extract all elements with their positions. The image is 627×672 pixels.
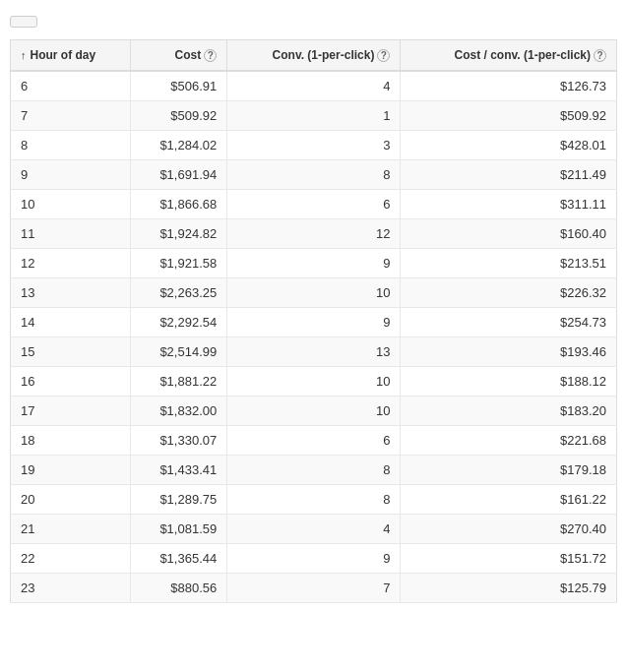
cell-conv: 10 [227, 367, 401, 397]
cell-conv: 7 [227, 574, 401, 603]
table-row: 21$1,081.594$270.40 [11, 515, 617, 544]
cell-costPerConv: $179.18 [401, 456, 617, 485]
cell-hour: 19 [11, 456, 131, 485]
table-row: 18$1,330.076$221.68 [11, 426, 617, 456]
cell-costPerConv: $188.12 [401, 367, 617, 397]
cell-costPerConv: $125.79 [401, 574, 617, 603]
cell-hour: 20 [11, 485, 131, 515]
cell-hour: 6 [11, 71, 131, 101]
cell-hour: 11 [11, 219, 131, 249]
cell-hour: 22 [11, 544, 131, 574]
column-label: Cost / conv. (1-per-click) [455, 48, 591, 62]
cell-costPerConv: $270.40 [401, 515, 617, 544]
cell-conv: 12 [227, 219, 401, 249]
cell-costPerConv: $161.22 [401, 485, 617, 515]
cell-conv: 8 [227, 456, 401, 485]
help-icon[interactable]: ? [377, 49, 390, 62]
column-label: Conv. (1-per-click) [273, 48, 375, 62]
table-row: 17$1,832.0010$183.20 [11, 397, 617, 426]
cell-hour: 17 [11, 397, 131, 426]
table-row: 23$880.567$125.79 [11, 574, 617, 603]
cell-hour: 23 [11, 574, 131, 603]
column-header-costPerConv[interactable]: Cost / conv. (1-per-click)? [401, 40, 617, 72]
table-row: 10$1,866.686$311.11 [11, 190, 617, 219]
view-selector-button[interactable] [10, 16, 37, 28]
cell-conv: 4 [227, 515, 401, 544]
cell-cost: $1,881.22 [130, 367, 227, 397]
cell-conv: 6 [227, 190, 401, 219]
cell-cost: $880.56 [130, 574, 227, 603]
cell-cost: $1,081.59 [130, 515, 227, 544]
cell-costPerConv: $183.20 [401, 397, 617, 426]
table-row: 22$1,365.449$151.72 [11, 544, 617, 574]
cell-costPerConv: $254.73 [401, 308, 617, 337]
cell-conv: 8 [227, 160, 401, 190]
cell-hour: 14 [11, 308, 131, 337]
table-row: 12$1,921.589$213.51 [11, 249, 617, 278]
cell-cost: $2,263.25 [130, 278, 227, 308]
cell-hour: 16 [11, 367, 131, 397]
cell-cost: $506.91 [130, 71, 227, 101]
cell-hour: 18 [11, 426, 131, 456]
cell-cost: $1,832.00 [130, 397, 227, 426]
help-icon[interactable]: ? [594, 49, 606, 62]
column-header-cost[interactable]: Cost? [130, 40, 227, 72]
cell-cost: $1,691.94 [130, 160, 227, 190]
cell-costPerConv: $160.40 [401, 219, 617, 249]
cell-cost: $1,433.41 [130, 456, 227, 485]
cell-hour: 21 [11, 515, 131, 544]
cell-hour: 10 [11, 190, 131, 219]
cell-hour: 7 [11, 101, 131, 131]
cell-costPerConv: $428.01 [401, 131, 617, 160]
cell-hour: 13 [11, 278, 131, 308]
table-row: 16$1,881.2210$188.12 [11, 367, 617, 397]
cell-conv: 9 [227, 249, 401, 278]
cell-conv: 9 [227, 308, 401, 337]
table-row: 19$1,433.418$179.18 [11, 456, 617, 485]
cell-hour: 15 [11, 337, 131, 367]
cell-conv: 13 [227, 337, 401, 367]
table-row: 15$2,514.9913$193.46 [11, 337, 617, 367]
table-header-row: ↑Hour of dayCost?Conv. (1-per-click)?Cos… [11, 40, 617, 72]
cell-conv: 8 [227, 485, 401, 515]
data-table: ↑Hour of dayCost?Conv. (1-per-click)?Cos… [10, 39, 617, 603]
column-header-conv[interactable]: Conv. (1-per-click)? [227, 40, 401, 72]
cell-conv: 4 [227, 71, 401, 101]
table-row: 6$506.914$126.73 [11, 71, 617, 101]
cell-costPerConv: $221.68 [401, 426, 617, 456]
cell-costPerConv: $126.73 [401, 71, 617, 101]
cell-costPerConv: $151.72 [401, 544, 617, 574]
column-header-hour[interactable]: ↑Hour of day [11, 40, 131, 72]
table-row: 13$2,263.2510$226.32 [11, 278, 617, 308]
cell-costPerConv: $311.11 [401, 190, 617, 219]
cell-conv: 6 [227, 426, 401, 456]
cell-cost: $1,289.75 [130, 485, 227, 515]
cell-cost: $2,514.99 [130, 337, 227, 367]
cell-conv: 9 [227, 544, 401, 574]
table-row: 7$509.921$509.92 [11, 101, 617, 131]
cell-conv: 1 [227, 101, 401, 131]
cell-cost: $1,924.82 [130, 219, 227, 249]
cell-costPerConv: $193.46 [401, 337, 617, 367]
help-icon[interactable]: ? [204, 49, 217, 62]
table-row: 9$1,691.948$211.49 [11, 160, 617, 190]
cell-cost: $509.92 [130, 101, 227, 131]
cell-cost: $1,330.07 [130, 426, 227, 456]
sort-arrow-icon: ↑ [21, 49, 27, 61]
cell-hour: 9 [11, 160, 131, 190]
cell-cost: $1,284.02 [130, 131, 227, 160]
cell-conv: 3 [227, 131, 401, 160]
table-row: 20$1,289.758$161.22 [11, 485, 617, 515]
column-label: Cost [175, 48, 202, 62]
column-label: Hour of day [31, 48, 96, 62]
cell-conv: 10 [227, 278, 401, 308]
table-row: 8$1,284.023$428.01 [11, 131, 617, 160]
cell-hour: 12 [11, 249, 131, 278]
table-row: 14$2,292.549$254.73 [11, 308, 617, 337]
cell-hour: 8 [11, 131, 131, 160]
table-row: 11$1,924.8212$160.40 [11, 219, 617, 249]
cell-cost: $1,866.68 [130, 190, 227, 219]
cell-cost: $1,365.44 [130, 544, 227, 574]
cell-costPerConv: $226.32 [401, 278, 617, 308]
cell-costPerConv: $213.51 [401, 249, 617, 278]
